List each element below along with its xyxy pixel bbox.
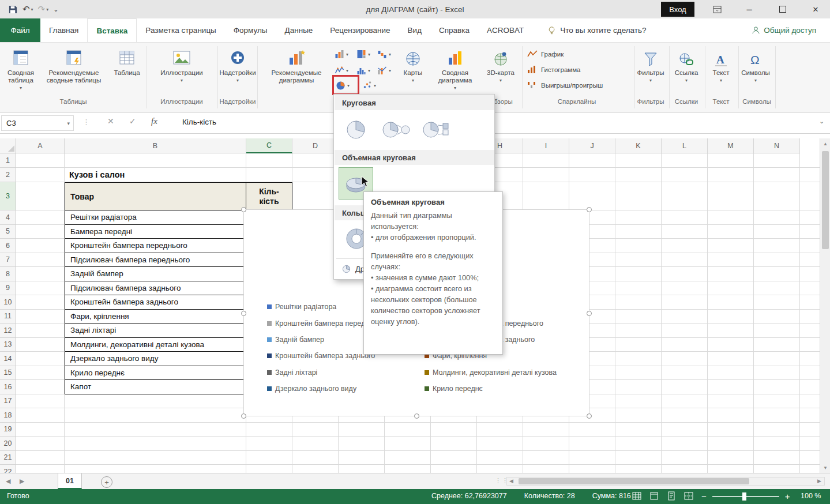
row-header-22[interactable]: 22 [0,465,16,473]
row-header-2[interactable]: 2 [0,168,16,182]
row-header-11[interactable]: 11 [0,310,16,324]
table-row-product[interactable]: Капот [65,380,246,394]
chart-resize-handle[interactable] [241,311,246,316]
scroll-down-icon[interactable]: ▼ [820,462,830,473]
column-header-A[interactable]: A [16,138,65,153]
tab-главная[interactable]: Главная [40,18,87,42]
close-button[interactable]: ✕ [807,0,824,18]
row-header-3[interactable]: 3 [0,182,16,210]
chart-resize-handle[interactable] [241,413,246,419]
horizontal-scroll-thumb[interactable] [519,478,749,484]
table-row-product[interactable]: Бампера передні [65,225,246,239]
row-header-6[interactable]: 6 [0,239,16,253]
tab-вид[interactable]: Вид [399,18,430,42]
tab-данные[interactable]: Данные [276,18,322,42]
row-header-9[interactable]: 9 [0,281,16,296]
zoom-slider[interactable] [712,496,779,497]
row-header-14[interactable]: 14 [0,352,16,366]
row-header-10[interactable]: 10 [0,295,16,310]
table-row-product[interactable]: Кронштейн бампера заднього [65,295,246,310]
table-header-qty[interactable]: Кіль-кість [246,182,292,210]
name-box[interactable]: C3 ▾ [1,115,74,131]
legend-item[interactable]: Решітки радіатора [267,299,336,315]
chart-resize-handle[interactable] [587,311,592,316]
column-header-D[interactable]: D [292,138,339,153]
insert-scatter-chart-button[interactable]: ▾ [362,81,376,90]
vertical-scrollbar[interactable]: ▲ ▼ [820,138,830,473]
formula-bar-expand-icon[interactable]: ⌄ [819,118,824,125]
table-row-product[interactable]: Задні ліхтарі [65,324,246,338]
row-header-18[interactable]: 18 [0,408,16,423]
insert-column-chart-button[interactable]: ▾ [335,50,348,59]
row-header-7[interactable]: 7 [0,253,16,268]
table-row-product[interactable]: Дзеркало заднього виду [65,352,246,366]
table-row-product[interactable]: Крило переднє [65,366,246,381]
pie-of-pie-option[interactable] [379,113,412,145]
insert-waterfall-chart-button[interactable]: ▾ [377,50,391,59]
tab-acrobat[interactable]: ACROBAT [478,18,532,42]
sheet-nav-left-icon[interactable]: ◀ [6,477,10,485]
name-box-dropdown-icon[interactable]: ▾ [67,121,70,126]
tab-формулы[interactable]: Формулы [225,18,276,42]
legend-item[interactable]: Молдинги, декоративні деталі кузова [425,364,557,381]
sparkline-line-button[interactable]: График [527,50,564,58]
column-header-J[interactable]: J [569,138,615,153]
scroll-left-icon[interactable]: ◀ [509,478,513,484]
sign-in-button[interactable]: Вход [661,2,694,17]
insert-combo-chart-button[interactable]: ▾ [377,66,391,75]
redo-button[interactable]: ↷▾ [38,4,49,14]
zoom-in-button[interactable]: + [785,491,790,501]
column-header-K[interactable]: K [615,138,662,153]
zoom-percentage[interactable]: 100 % [801,492,821,500]
grid-view-icon[interactable] [632,491,641,501]
sheet-nav-right-icon[interactable]: ▶ [20,477,24,485]
ribbon-display-options-button[interactable] [708,0,726,18]
row-header-19[interactable]: 19 [0,423,16,437]
add-sheet-button[interactable]: + [101,476,112,488]
table-row-product[interactable]: Задній бампер [65,267,246,281]
row-header-5[interactable]: 5 [0,225,16,239]
row-header-20[interactable]: 20 [0,437,16,451]
row-header-8[interactable]: 8 [0,267,16,281]
scroll-up-icon[interactable]: ▲ [820,138,830,149]
insert-statistic-chart-button[interactable]: ▾ [356,66,370,75]
share-button[interactable]: Общий доступ [752,18,816,42]
table-header-product[interactable]: Товар [65,182,246,210]
legend-item[interactable]: Кронштейн бампера заднього [267,348,375,364]
tab-справка[interactable]: Справка [430,18,478,42]
scroll-right-icon[interactable]: ▶ [817,478,821,484]
formula-input[interactable]: Кіль-кість [182,118,216,126]
column-header-L[interactable]: L [662,138,708,153]
customize-qat-button[interactable]: ⌄ [53,6,58,13]
page-break-view-icon[interactable] [684,491,693,501]
column-header-C[interactable]: C [246,138,292,153]
legend-item[interactable]: Задні ліхтарі [267,364,317,381]
confirm-entry-button[interactable]: ✓ [129,116,136,126]
row-header-12[interactable]: 12 [0,324,16,338]
chart-resize-handle[interactable] [587,413,592,419]
row-header-21[interactable]: 21 [0,451,16,465]
save-button[interactable] [8,5,18,14]
tab-вставка[interactable]: Вставка [87,18,137,42]
table-button[interactable]: Таблица [110,46,144,107]
redo-dropdown-icon[interactable]: ▾ [46,7,48,12]
chart-resize-handle[interactable] [587,207,592,212]
legend-item[interactable]: Задній бампер [267,332,324,348]
table-row-product[interactable]: Фари, кріплення [65,310,246,324]
tell-me-box[interactable]: Что вы хотите сделать? [547,18,646,42]
undo-button[interactable]: ↶▾ [22,4,33,14]
column-header-B[interactable]: B [65,138,246,153]
insert-function-button[interactable]: fx [151,116,157,126]
page-layout-view-icon[interactable] [667,491,676,501]
recommended-charts-button[interactable]: Рекомендуемые диаграммы [261,46,332,107]
table-row-product[interactable]: Підсилювач бампера переднього [65,253,246,268]
maximize-button[interactable] [774,0,791,18]
column-header-I[interactable]: I [523,138,569,153]
pivot-table-button[interactable]: Сводная таблица ▾ [2,46,39,107]
row-header-1[interactable]: 1 [0,153,16,168]
pie-2d-option[interactable] [340,113,373,145]
tab-разметка-страницы[interactable]: Разметка страницы [137,18,224,42]
table-row-product[interactable]: Кронштейн бампера переднього [65,239,246,253]
zoom-slider-thumb[interactable] [742,492,746,501]
insert-hierarchy-chart-button[interactable]: ▾ [356,50,370,59]
